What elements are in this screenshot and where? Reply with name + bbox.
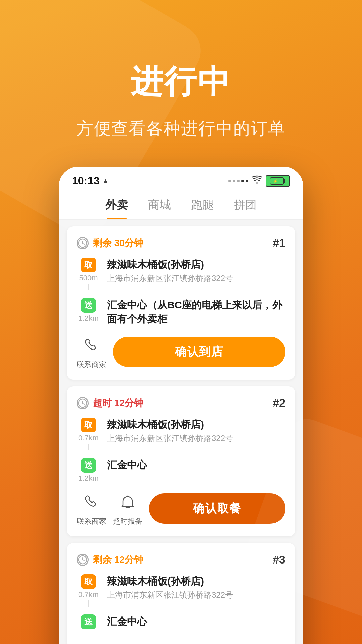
order-number-1: #1 <box>273 236 285 250</box>
deliver-distance-2: 1.2km <box>78 474 99 483</box>
pickup-name-1: 辣滋味木桶饭(孙桥店) <box>107 258 285 272</box>
order-route-2: 取 0.7km 辣滋味木桶饭(孙桥店) 上海市浦东新区张江镇孙桥路322号 送 … <box>77 418 285 483</box>
timer-icon <box>77 237 89 249</box>
status-icons: ⚡ <box>228 175 290 187</box>
svg-text:⚡: ⚡ <box>273 178 278 184</box>
deliver-row-3: 送 汇金中心 <box>77 614 285 629</box>
pickup-label-1: 取 500m <box>77 258 100 292</box>
pickup-info-1: 辣滋味木桶饭(孙桥店) 上海市浦东新区张江镇孙桥路322号 <box>107 258 285 284</box>
status-bar: 10:13 ▲ <box>59 167 303 191</box>
deliver-row-2: 送 1.2km 汇金中心 <box>77 458 285 483</box>
order-card-2: 超时 12分钟 #2 取 0.7km 辣滋味木桶饭(孙桥店) 上海市浦东新区张 <box>67 386 295 536</box>
order-card-3: 剩余 12分钟 #3 取 0.7km 辣滋味木桶饭(孙桥店) 上海市浦东新区张 <box>67 543 295 644</box>
order-timer-2: 超时 12分钟 <box>77 397 143 410</box>
timer-icon-2 <box>77 397 89 409</box>
contact-merchant-btn-2[interactable]: 联系商家 <box>77 491 106 526</box>
phone-icon-1 <box>80 334 103 358</box>
contact-label-1: 联系商家 <box>77 360 106 370</box>
pickup-row-3: 取 0.7km 辣滋味木桶饭(孙桥店) 上海市浦东新区张江镇孙桥路322号 <box>77 574 285 608</box>
svg-line-9 <box>83 403 84 404</box>
order-timer-3: 剩余 12分钟 <box>77 553 143 566</box>
phone-screen: 10:13 ▲ <box>59 167 303 644</box>
pickup-address-3: 上海市浦东新区张江镇孙桥路322号 <box>107 590 285 600</box>
phone-mockup: 10:13 ▲ <box>0 167 362 644</box>
timer-icon-3 <box>77 554 89 566</box>
deliver-distance-1: 1.2km <box>78 314 99 323</box>
deliver-name-1: 汇金中心（从BC座的电梯上来以后，外面有个外卖柜 <box>107 298 285 326</box>
deliver-info-1: 汇金中心（从BC座的电梯上来以后，外面有个外卖柜 <box>107 298 285 326</box>
pickup-badge-2: 取 <box>81 418 96 432</box>
hero-title: 进行中 <box>0 0 362 104</box>
location-arrow-icon: ▲ <box>102 177 109 185</box>
deliver-name-2: 汇金中心 <box>107 458 285 472</box>
tab-shangcheng[interactable]: 商城 <box>148 197 171 219</box>
deliver-info-3: 汇金中心 <box>107 614 285 629</box>
phone-icon-2 <box>80 491 103 514</box>
pickup-address-1: 上海市浦东新区张江镇孙桥路322号 <box>107 273 285 284</box>
order-card-1: 剩余 30分钟 #1 取 500m 辣滋味木桶饭(孙桥店) 上海市浦东新区张江 <box>67 226 295 380</box>
tab-pintuan[interactable]: 拼团 <box>234 197 257 219</box>
order-number-2: #2 <box>273 396 285 410</box>
pickup-label-2: 取 0.7km <box>77 418 100 452</box>
deliver-info-2: 汇金中心 <box>107 458 285 472</box>
status-time: 10:13 ▲ <box>72 175 109 187</box>
hero-subtitle: 方便查看各种进行中的订单 <box>0 117 362 140</box>
tab-waimai[interactable]: 外卖 <box>105 197 128 219</box>
order-number-3: #3 <box>273 553 285 566</box>
deliver-label-3: 送 <box>77 614 100 629</box>
pickup-label-3: 取 0.7km <box>77 574 100 608</box>
pickup-badge-1: 取 <box>81 258 96 272</box>
order-timer-1: 剩余 30分钟 <box>77 237 143 250</box>
tab-paotui[interactable]: 跑腿 <box>191 197 214 219</box>
action-row-1: 联系商家 确认到店 <box>77 334 285 370</box>
svg-line-14 <box>83 560 84 561</box>
order-header-3: 剩余 12分钟 #3 <box>77 553 285 566</box>
svg-rect-1 <box>284 179 285 183</box>
deliver-badge-1: 送 <box>81 298 96 313</box>
deliver-label-1: 送 1.2km <box>77 298 100 323</box>
timer-text-1: 剩余 30分钟 <box>93 237 143 250</box>
pickup-row-2: 取 0.7km 辣滋味木桶饭(孙桥店) 上海市浦东新区张江镇孙桥路322号 <box>77 418 285 452</box>
deliver-badge-2: 送 <box>81 458 96 473</box>
svg-line-6 <box>83 243 84 244</box>
wifi-icon <box>252 175 262 187</box>
alarm-icon-2 <box>116 491 139 514</box>
pickup-name-3: 辣滋味木桶饭(孙桥店) <box>107 574 285 588</box>
pickup-name-2: 辣滋味木桶饭(孙桥店) <box>107 418 285 432</box>
timer-text-2: 超时 12分钟 <box>93 397 143 410</box>
order-header-2: 超时 12分钟 #2 <box>77 396 285 410</box>
order-header-1: 剩余 30分钟 #1 <box>77 236 285 250</box>
order-route-1: 取 500m 辣滋味木桶饭(孙桥店) 上海市浦东新区张江镇孙桥路322号 送 1… <box>77 258 285 326</box>
confirm-btn-2[interactable]: 确认取餐 <box>149 493 285 524</box>
pickup-distance-2: 0.7km <box>78 434 99 442</box>
orders-container: 剩余 30分钟 #1 取 500m 辣滋味木桶饭(孙桥店) 上海市浦东新区张江 <box>59 220 303 644</box>
battery-icon: ⚡ <box>266 175 290 187</box>
alarm-label-2: 超时报备 <box>113 516 142 526</box>
signal-icon <box>228 180 248 182</box>
deliver-row-1: 送 1.2km 汇金中心（从BC座的电梯上来以后，外面有个外卖柜 <box>77 298 285 326</box>
pickup-badge-3: 取 <box>81 574 96 589</box>
order-route-3: 取 0.7km 辣滋味木桶饭(孙桥店) 上海市浦东新区张江镇孙桥路322号 送 <box>77 574 285 629</box>
timer-text-3: 剩余 12分钟 <box>93 553 143 566</box>
deliver-label-2: 送 1.2km <box>77 458 100 483</box>
pickup-info-3: 辣滋味木桶饭(孙桥店) 上海市浦东新区张江镇孙桥路322号 <box>107 574 285 600</box>
pickup-row-1: 取 500m 辣滋味木桶饭(孙桥店) 上海市浦东新区张江镇孙桥路322号 <box>77 258 285 292</box>
alarm-btn-2[interactable]: 超时报备 <box>113 491 142 526</box>
pickup-distance-3: 0.7km <box>78 590 99 599</box>
confirm-btn-1[interactable]: 确认到店 <box>113 337 285 367</box>
nav-tabs: 外卖 商城 跑腿 拼团 <box>59 191 303 220</box>
pickup-address-2: 上海市浦东新区张江镇孙桥路322号 <box>107 433 285 444</box>
deliver-name-3: 汇金中心 <box>107 614 285 629</box>
deliver-badge-3: 送 <box>81 614 96 629</box>
pickup-info-2: 辣滋味木桶饭(孙桥店) 上海市浦东新区张江镇孙桥路322号 <box>107 418 285 444</box>
action-row-2: 联系商家 超时报备 确认取餐 <box>77 491 285 526</box>
contact-merchant-btn-1[interactable]: 联系商家 <box>77 334 106 370</box>
contact-label-2: 联系商家 <box>77 516 106 526</box>
pickup-distance-1: 500m <box>79 274 98 282</box>
